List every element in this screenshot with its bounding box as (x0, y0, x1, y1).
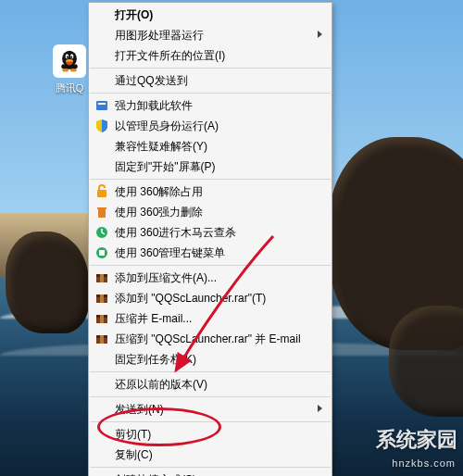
menu-run-with-gpu[interactable]: 用图形处理器运行 (89, 25, 332, 45)
menu-item-label: 打开文件所在的位置(I) (115, 48, 225, 64)
menu-item-label: 创建快捷方式(S) (115, 472, 196, 477)
menu-item-label: 添加到压缩文件(A)... (115, 270, 217, 286)
svg-rect-15 (99, 250, 105, 256)
menu-pin-to-taskbar[interactable]: 固定到任务栏(K) (89, 349, 332, 370)
menu-item-label: 用图形处理器运行 (115, 28, 204, 44)
menu-separator (90, 93, 331, 94)
svg-rect-10 (97, 190, 106, 197)
submenu-arrow-icon (318, 405, 322, 412)
menu-separator (90, 396, 331, 397)
menu-separator (90, 467, 331, 468)
menu-send-via-qq[interactable]: 通过QQ发送到 (89, 70, 332, 91)
watermark-title: 系统家园 (376, 426, 457, 454)
menu-item-label: 使用 360强力删除 (115, 205, 203, 220)
menu-item-label: 发送到(N) (115, 402, 164, 418)
menu-item-label: 使用 360管理右键菜单 (115, 245, 225, 261)
menu-item-label: 剪切(T) (115, 427, 151, 443)
menu-separator (90, 371, 331, 372)
desktop-icon-qq[interactable]: 腾讯Q (51, 44, 88, 95)
desktop-background: 腾讯Q 打开(O) 用图形处理器运行 打开文件所在的位置(I) 通过QQ发送到 … (0, 0, 463, 476)
360-unlock-icon (94, 184, 109, 199)
360-delete-icon (94, 205, 109, 219)
submenu-arrow-icon (318, 31, 322, 38)
360-scan-icon (94, 225, 109, 240)
menu-pin-to-start[interactable]: 固定到"开始"屏幕(P) (89, 157, 332, 177)
menu-troubleshoot-compat[interactable]: 兼容性疑难解答(Y) (89, 136, 332, 157)
svg-rect-27 (100, 335, 104, 344)
menu-360-force-delete[interactable]: 使用 360强力删除 (89, 202, 332, 222)
menu-separator (90, 68, 331, 69)
shield-icon (94, 119, 109, 133)
winrar-icon (94, 311, 109, 326)
watermark-url: hnzkbs.com (392, 457, 456, 469)
menu-item-label: 添加到 "QQScLauncher.rar"(T) (115, 291, 266, 307)
rock (6, 232, 89, 333)
menu-separator (90, 421, 331, 422)
menu-archive-named-and-email[interactable]: 压缩到 "QQScLauncher.rar" 并 E-mail (89, 329, 332, 349)
menu-open[interactable]: 打开(O) (89, 5, 332, 25)
menu-open-file-location[interactable]: 打开文件所在的位置(I) (89, 45, 332, 66)
svg-rect-11 (98, 209, 106, 218)
winrar-icon (94, 270, 109, 285)
svg-rect-24 (100, 315, 104, 323)
menu-archive-and-email[interactable]: 压缩并 E-mail... (89, 308, 332, 329)
desktop-icon-label: 腾讯Q (51, 81, 88, 95)
menu-item-label: 兼容性疑难解答(Y) (115, 139, 207, 155)
winrar-icon (94, 332, 109, 346)
menu-send-to[interactable]: 发送到(N) (89, 399, 332, 420)
menu-item-label: 复制(C) (115, 447, 153, 463)
menu-separator (90, 265, 331, 266)
menu-force-uninstall[interactable]: 强力卸载此软件 (89, 95, 332, 116)
menu-item-label: 压缩并 E-mail... (115, 311, 192, 327)
svg-rect-9 (98, 103, 106, 105)
svg-rect-18 (100, 274, 104, 282)
menu-copy[interactable]: 复制(C) (89, 445, 332, 465)
menu-360-manage-ctx[interactable]: 使用 360管理右键菜单 (89, 243, 332, 263)
svg-point-4 (70, 56, 72, 58)
menu-item-label: 以管理员身份运行(A) (115, 119, 219, 134)
svg-rect-21 (100, 294, 104, 303)
menu-cut[interactable]: 剪切(T) (89, 424, 332, 445)
svg-point-7 (70, 69, 77, 72)
menu-item-label: 使用 360进行木马云查杀 (115, 225, 236, 241)
menu-restore-previous[interactable]: 还原以前的版本(V) (89, 374, 332, 395)
menu-item-label: 固定到任务栏(K) (115, 352, 196, 368)
menu-item-label: 通过QQ发送到 (115, 73, 188, 89)
menu-add-to-archive-named[interactable]: 添加到 "QQScLauncher.rar"(T) (89, 288, 332, 308)
menu-360-unlock[interactable]: 使用 360解除占用 (89, 182, 332, 202)
menu-separator (90, 179, 331, 180)
menu-item-label: 还原以前的版本(V) (115, 377, 207, 393)
winrar-icon (94, 291, 109, 306)
menu-item-label: 使用 360解除占用 (115, 184, 203, 200)
menu-create-shortcut[interactable]: 创建快捷方式(S) (89, 470, 332, 476)
menu-run-as-admin[interactable]: 以管理员身份运行(A) (89, 116, 332, 136)
svg-point-6 (62, 69, 69, 72)
svg-rect-8 (96, 101, 107, 110)
qq-icon (53, 44, 86, 78)
menu-item-label: 打开(O) (115, 7, 153, 23)
menu-item-label: 压缩到 "QQScLauncher.rar" 并 E-mail (115, 332, 301, 347)
uninstall-icon (94, 98, 109, 113)
svg-point-3 (67, 56, 69, 58)
360-menu-icon (94, 245, 109, 260)
context-menu: 打开(O) 用图形处理器运行 打开文件所在的位置(I) 通过QQ发送到 强力卸载… (88, 2, 332, 476)
menu-add-to-archive[interactable]: 添加到压缩文件(A)... (89, 268, 332, 288)
menu-360-cloud-scan[interactable]: 使用 360进行木马云查杀 (89, 222, 332, 243)
menu-item-label: 强力卸载此软件 (115, 98, 193, 114)
svg-rect-12 (97, 207, 106, 209)
menu-item-label: 固定到"开始"屏幕(P) (115, 159, 216, 175)
